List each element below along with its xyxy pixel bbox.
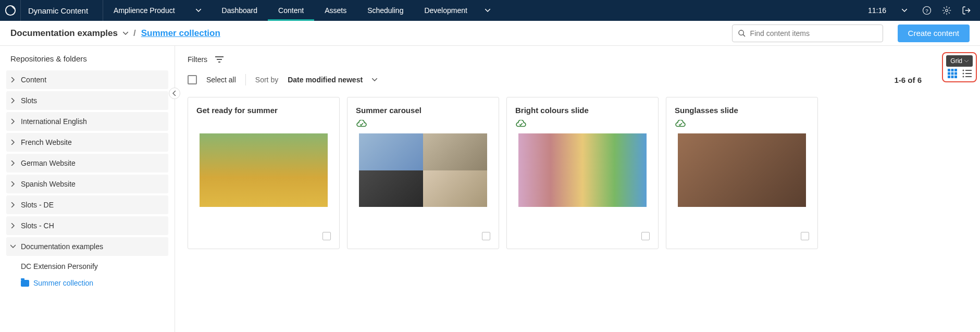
product-switcher[interactable]: Amplience Product — [103, 6, 212, 15]
filters-label[interactable]: Filters — [188, 55, 207, 64]
tree-item[interactable]: Documentation examples — [6, 237, 168, 256]
cloud-published-icon — [675, 120, 686, 128]
content-card[interactable]: Get ready for summer — [188, 97, 340, 249]
tree-item-label: Content — [21, 76, 46, 84]
sidebar-title: Repositories & folders — [6, 54, 168, 70]
card-checkbox[interactable] — [482, 232, 490, 240]
svg-rect-23 — [965, 76, 972, 77]
chevron-right-icon — [10, 98, 16, 103]
filter-icon[interactable] — [215, 56, 224, 63]
chevron-down-icon[interactable] — [123, 32, 128, 35]
svg-rect-11 — [954, 69, 957, 71]
svg-rect-9 — [948, 69, 950, 71]
chevron-down-icon[interactable] — [372, 78, 377, 81]
tab-dashboard[interactable]: Dashboard — [212, 0, 268, 21]
content-card[interactable]: Bright colours slide — [506, 97, 659, 249]
grid-view-icon[interactable] — [948, 69, 957, 78]
tab-assets[interactable]: Assets — [314, 0, 357, 21]
chevron-down-icon — [485, 9, 490, 12]
svg-rect-15 — [948, 76, 950, 78]
svg-point-22 — [962, 76, 964, 78]
tree-item[interactable]: Slots — [6, 91, 168, 110]
nav-right: 11:16 ? — [868, 5, 980, 16]
tree-item[interactable]: French Website — [6, 133, 168, 152]
chevron-down-icon — [902, 9, 907, 12]
brand-name[interactable]: Dynamic Content — [21, 0, 103, 21]
sort-value[interactable]: Date modified newest — [288, 76, 363, 84]
tab-content[interactable]: Content — [268, 0, 314, 21]
breadcrumb-current[interactable]: Summer collection — [141, 28, 220, 39]
top-nav: Dynamic Content Amplience Product Dashbo… — [0, 0, 980, 21]
content-card[interactable]: Summer carousel — [347, 97, 499, 249]
card-checkbox[interactable] — [641, 232, 650, 240]
breadcrumb-sep: / — [133, 28, 136, 39]
svg-rect-13 — [951, 72, 953, 75]
svg-text:?: ? — [925, 8, 928, 14]
chevron-down-icon — [196, 9, 201, 12]
tree-item-label: Spanish Website — [21, 180, 76, 188]
tree-item[interactable]: International English — [6, 112, 168, 131]
list-view-icon[interactable] — [962, 69, 972, 78]
cloud-published-icon — [356, 120, 367, 128]
search-icon — [738, 29, 746, 38]
nav-tabs: Dashboard Content Assets Scheduling — [212, 0, 414, 21]
card-checkbox[interactable] — [801, 232, 809, 240]
svg-rect-19 — [965, 70, 972, 71]
development-menu[interactable]: Development — [414, 6, 501, 15]
tree-sub-label: Summer collection — [33, 279, 93, 287]
folder-icon — [21, 280, 29, 287]
collapse-sidebar-button[interactable] — [169, 88, 180, 99]
card-title: Bright colours slide — [515, 106, 650, 115]
select-all-checkbox[interactable] — [188, 75, 197, 84]
tree-item[interactable]: Slots - DE — [6, 195, 168, 214]
tree-item[interactable]: Spanish Website — [6, 175, 168, 193]
svg-rect-12 — [948, 72, 950, 75]
app-logo[interactable] — [0, 0, 21, 21]
chevron-down-icon — [964, 60, 969, 63]
tree-sub-item[interactable]: Summer collection — [6, 275, 168, 291]
tree-item[interactable]: German Website — [6, 154, 168, 173]
tab-scheduling[interactable]: Scheduling — [357, 0, 414, 21]
card-thumbnail — [518, 133, 647, 207]
card-title: Summer carousel — [356, 106, 490, 115]
tree-item[interactable]: Content — [6, 70, 168, 89]
tree-sub-item[interactable]: DC Extension Personify — [6, 258, 168, 275]
card-title: Get ready for summer — [196, 106, 331, 115]
grid-tooltip: Grid — [946, 55, 973, 67]
development-label: Development — [424, 6, 467, 15]
content-card[interactable]: Sunglasses slide — [666, 97, 818, 249]
sidebar: Repositories & folders ContentSlotsInter… — [0, 46, 175, 332]
cloud-published-icon — [515, 120, 527, 128]
published-badge — [675, 120, 809, 128]
create-content-button[interactable]: Create content — [898, 24, 970, 42]
search-box[interactable] — [732, 24, 883, 42]
tree-item[interactable]: Slots - CH — [6, 216, 168, 235]
svg-point-18 — [962, 70, 964, 71]
card-checkbox[interactable] — [322, 232, 331, 240]
chevron-right-icon — [10, 223, 16, 228]
chevron-right-icon — [10, 119, 16, 124]
help-icon[interactable]: ? — [922, 5, 932, 16]
search-input[interactable] — [750, 29, 877, 38]
chevron-left-icon — [172, 91, 177, 96]
chevron-right-icon — [10, 77, 16, 82]
svg-point-4 — [739, 30, 743, 35]
logout-icon[interactable] — [961, 5, 972, 16]
breadcrumb-root[interactable]: Documentation examples — [10, 28, 118, 39]
svg-rect-17 — [954, 76, 957, 78]
card-thumbnail — [359, 133, 487, 207]
time-display[interactable]: 11:16 — [868, 6, 912, 15]
svg-rect-21 — [965, 73, 972, 74]
svg-point-3 — [946, 9, 948, 12]
tree-item-label: Slots - DE — [21, 201, 54, 209]
time-value: 11:16 — [868, 6, 886, 15]
tree-item-label: Slots — [21, 96, 37, 105]
published-badge — [515, 120, 650, 128]
tree-sub-label: DC Extension Personify — [21, 262, 98, 270]
tree-item-label: French Website — [21, 138, 72, 146]
svg-rect-14 — [954, 72, 957, 75]
chevron-right-icon — [10, 140, 16, 145]
select-all-label[interactable]: Select all — [206, 76, 236, 84]
svg-point-20 — [962, 73, 964, 75]
gear-icon[interactable] — [941, 5, 952, 16]
